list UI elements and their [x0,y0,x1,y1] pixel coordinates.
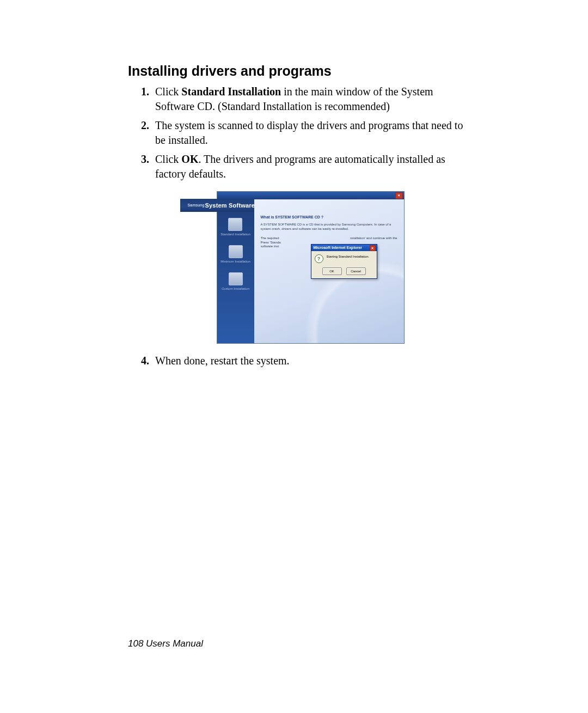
dialog-titlebar: Microsoft Internet Explorer × [311,245,377,251]
dialog-message: Starting Standard Installation. [327,254,370,259]
step-3-suffix: . The drivers and programs are automatic… [155,153,445,180]
app-main-pane: What is SYSTEM SOFTWARE CD ? A SYSTEM SO… [254,199,404,343]
minimum-install-icon [229,245,243,258]
brand-small: Samsung [188,203,205,208]
app-titlebar: × [217,192,404,199]
question-icon: ? [315,254,323,263]
step-2: The system is scanned to display the dri… [152,118,465,148]
instruction-list: Click Standard Installation in the main … [128,84,465,368]
sidebar-item-label: Custom Installation [222,287,249,291]
step-4: When done, restart the system. [152,354,465,368]
step-1: Click Standard Installation in the main … [152,84,465,114]
step-1-bold: Standard Installation [181,86,281,97]
step-3-bold: OK [181,153,198,165]
standard-install-icon [228,218,242,231]
pane-heading: What is SYSTEM SOFTWARE CD ? [261,215,397,220]
dialog-close-button[interactable]: × [370,245,376,251]
step-3: Click OK. The drivers and programs are a… [152,152,465,344]
dialog-title-text: Microsoft Internet Explorer [314,245,362,250]
cancel-button[interactable]: Cancel [346,267,366,275]
section-heading: Installing drivers and programs [128,63,465,79]
sidebar-item-label: Standard Installation [220,233,250,236]
step-1-prefix: Click [155,86,181,97]
sidebar-item-custom-installation[interactable]: Custom Installation [222,272,249,291]
app-window: × Samsung System Software CD Standard In… [217,191,405,344]
sidebar-item-standard-installation[interactable]: Standard Installation [220,218,250,236]
window-close-button[interactable]: × [395,192,403,199]
app-sidebar: Standard Installation Minimum Installati… [217,199,254,343]
custom-install-icon [229,272,243,285]
dialog-button-row: OK Cancel [311,267,377,278]
dialog-body: ? Starting Standard Installation. [311,251,377,267]
ok-button[interactable]: OK [322,267,342,275]
pane-subtext-left: The required Press 'Standa software inst [261,236,283,249]
sidebar-item-label: Minimum Installation [220,260,250,264]
sidebar-item-minimum-installation[interactable]: Minimum Installation [220,245,250,264]
pane-description: A SYSTEM SOFTWARE CD is a CD that is pro… [261,223,397,231]
step-3-prefix: Click [155,153,181,165]
confirm-dialog: Microsoft Internet Explorer × ? Starting… [311,244,377,279]
page-footer: 108 Users Manual [128,638,203,649]
